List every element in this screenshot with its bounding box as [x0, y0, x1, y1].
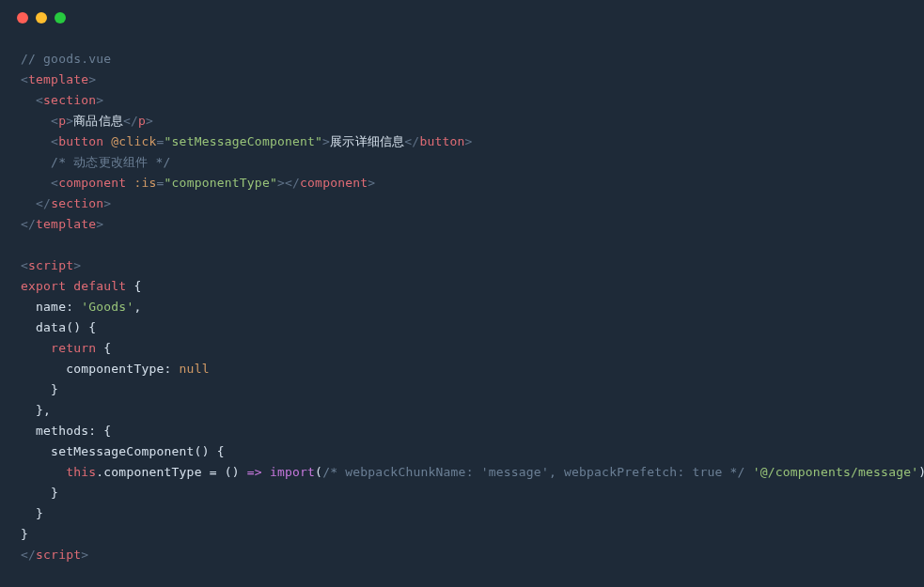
tag: script	[36, 548, 81, 562]
attr: @click	[111, 134, 156, 148]
sp	[73, 300, 81, 314]
punct: </	[123, 114, 138, 128]
text: .componentType = ()	[96, 465, 247, 479]
punct: >	[322, 134, 330, 148]
punct: <	[36, 93, 43, 107]
titlebar	[0, 0, 924, 36]
text: }	[21, 527, 28, 541]
comment: /* 动态更改组件 */	[51, 155, 170, 169]
text: 商品信息	[73, 114, 123, 128]
comment: /* webpackChunkName: 'message', webpackP…	[322, 465, 745, 479]
text: setMessageComponent() {	[21, 444, 225, 458]
punct: <	[21, 258, 28, 272]
punct: >	[73, 258, 81, 272]
tag: section	[43, 93, 96, 107]
text: },	[21, 403, 51, 417]
sp	[66, 279, 73, 293]
attr: :is	[133, 176, 156, 190]
punct: >	[465, 134, 473, 148]
code-window: // goods.vue <template> <section> <p>商品信…	[0, 0, 924, 587]
text: componentType:	[21, 362, 172, 376]
punct: >	[66, 114, 73, 128]
punct: </	[285, 176, 300, 190]
keyword: export	[21, 279, 66, 293]
close-icon[interactable]	[17, 12, 28, 23]
tag: button	[419, 134, 464, 148]
zoom-icon[interactable]	[55, 12, 66, 23]
text: }	[21, 506, 43, 520]
punct: <	[51, 134, 58, 148]
text: }	[21, 486, 58, 500]
punct: <	[21, 72, 28, 86]
string: "setMessageComponent"	[164, 134, 323, 148]
minimize-icon[interactable]	[36, 12, 47, 23]
string: 'Goods'	[81, 300, 133, 314]
text: ,	[133, 300, 141, 314]
punct: >	[96, 217, 103, 231]
sp	[172, 362, 180, 376]
text: name:	[21, 300, 73, 314]
punct: >	[277, 176, 285, 190]
tag: script	[28, 258, 73, 272]
ind	[21, 465, 66, 479]
arrow: =>	[247, 465, 262, 479]
null: null	[180, 362, 210, 376]
punct: >	[103, 196, 111, 210]
tag: section	[51, 196, 103, 210]
text: (	[315, 465, 322, 479]
tag: component	[300, 176, 368, 190]
keyword: import	[270, 465, 315, 479]
keyword: return	[51, 341, 96, 355]
keyword: default	[73, 279, 126, 293]
sp	[262, 465, 270, 479]
keyword: this	[66, 465, 96, 479]
ind	[21, 341, 51, 355]
punct: =	[157, 176, 164, 190]
text: }	[21, 382, 58, 396]
tag: component	[58, 176, 126, 190]
punct: </	[36, 196, 51, 210]
tag: template	[36, 217, 96, 231]
punct: </	[21, 217, 36, 231]
punct: </	[21, 548, 36, 562]
text: 展示详细信息	[330, 134, 404, 148]
punct: >	[368, 176, 375, 190]
tag: template	[28, 72, 88, 86]
punct: </	[404, 134, 419, 148]
text: {	[126, 279, 141, 293]
comment: // goods.vue	[21, 52, 111, 66]
string: '@/components/message'	[753, 465, 919, 479]
sp	[745, 465, 753, 479]
string: "componentType"	[164, 176, 277, 190]
punct: <	[51, 114, 58, 128]
punct: >	[81, 548, 88, 562]
punct: <	[51, 176, 58, 190]
punct: >	[146, 114, 153, 128]
tag: p	[58, 114, 66, 128]
punct: >	[88, 72, 96, 86]
text: {	[96, 341, 111, 355]
punct: >	[96, 93, 103, 107]
text: )	[918, 465, 924, 479]
text: data() {	[21, 320, 96, 334]
tag: button	[58, 134, 103, 148]
tag: p	[138, 114, 146, 128]
text: methods: {	[21, 424, 111, 438]
punct: =	[157, 134, 164, 148]
code-editor[interactable]: // goods.vue <template> <section> <p>商品信…	[0, 36, 924, 579]
